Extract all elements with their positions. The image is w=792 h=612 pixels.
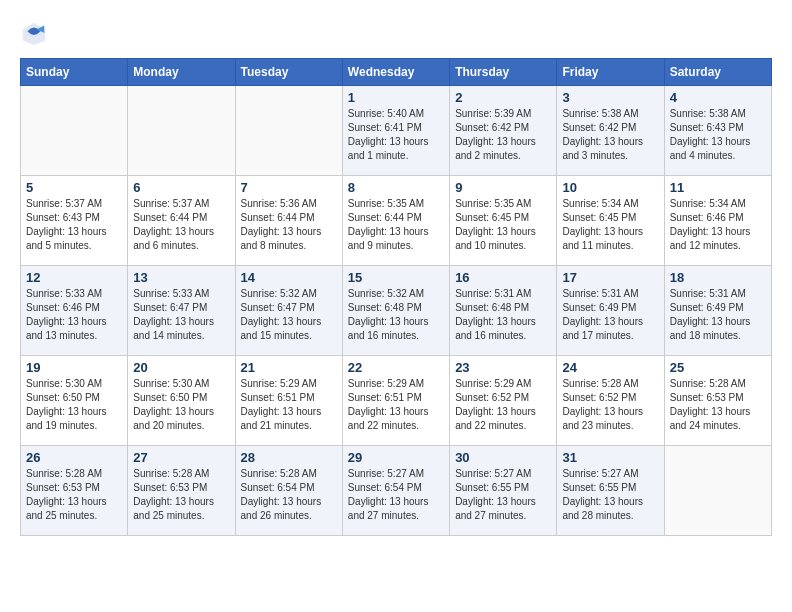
calendar-cell: 22Sunrise: 5:29 AMSunset: 6:51 PMDayligh… (342, 356, 449, 446)
header-friday: Friday (557, 59, 664, 86)
day-info: Sunrise: 5:28 AMSunset: 6:54 PMDaylight:… (241, 467, 337, 523)
week-row-1: 5Sunrise: 5:37 AMSunset: 6:43 PMDaylight… (21, 176, 772, 266)
day-number: 29 (348, 450, 444, 465)
day-number: 24 (562, 360, 658, 375)
calendar-cell: 14Sunrise: 5:32 AMSunset: 6:47 PMDayligh… (235, 266, 342, 356)
day-info: Sunrise: 5:29 AMSunset: 6:52 PMDaylight:… (455, 377, 551, 433)
header-tuesday: Tuesday (235, 59, 342, 86)
day-info: Sunrise: 5:29 AMSunset: 6:51 PMDaylight:… (348, 377, 444, 433)
day-info: Sunrise: 5:38 AMSunset: 6:42 PMDaylight:… (562, 107, 658, 163)
calendar-cell: 9Sunrise: 5:35 AMSunset: 6:45 PMDaylight… (450, 176, 557, 266)
day-number: 31 (562, 450, 658, 465)
calendar-cell: 17Sunrise: 5:31 AMSunset: 6:49 PMDayligh… (557, 266, 664, 356)
calendar-cell: 1Sunrise: 5:40 AMSunset: 6:41 PMDaylight… (342, 86, 449, 176)
calendar-cell (128, 86, 235, 176)
day-number: 11 (670, 180, 766, 195)
week-row-0: 1Sunrise: 5:40 AMSunset: 6:41 PMDaylight… (21, 86, 772, 176)
day-number: 10 (562, 180, 658, 195)
day-info: Sunrise: 5:31 AMSunset: 6:49 PMDaylight:… (670, 287, 766, 343)
day-number: 18 (670, 270, 766, 285)
day-number: 8 (348, 180, 444, 195)
day-number: 21 (241, 360, 337, 375)
day-info: Sunrise: 5:30 AMSunset: 6:50 PMDaylight:… (26, 377, 122, 433)
day-info: Sunrise: 5:28 AMSunset: 6:53 PMDaylight:… (133, 467, 229, 523)
day-info: Sunrise: 5:30 AMSunset: 6:50 PMDaylight:… (133, 377, 229, 433)
calendar-cell: 11Sunrise: 5:34 AMSunset: 6:46 PMDayligh… (664, 176, 771, 266)
week-row-4: 26Sunrise: 5:28 AMSunset: 6:53 PMDayligh… (21, 446, 772, 536)
calendar-cell: 7Sunrise: 5:36 AMSunset: 6:44 PMDaylight… (235, 176, 342, 266)
calendar-cell: 19Sunrise: 5:30 AMSunset: 6:50 PMDayligh… (21, 356, 128, 446)
calendar-cell: 30Sunrise: 5:27 AMSunset: 6:55 PMDayligh… (450, 446, 557, 536)
day-number: 15 (348, 270, 444, 285)
day-number: 20 (133, 360, 229, 375)
calendar-cell: 26Sunrise: 5:28 AMSunset: 6:53 PMDayligh… (21, 446, 128, 536)
calendar-cell: 3Sunrise: 5:38 AMSunset: 6:42 PMDaylight… (557, 86, 664, 176)
day-number: 2 (455, 90, 551, 105)
day-number: 17 (562, 270, 658, 285)
calendar-cell: 18Sunrise: 5:31 AMSunset: 6:49 PMDayligh… (664, 266, 771, 356)
calendar-cell: 10Sunrise: 5:34 AMSunset: 6:45 PMDayligh… (557, 176, 664, 266)
day-info: Sunrise: 5:35 AMSunset: 6:44 PMDaylight:… (348, 197, 444, 253)
header-saturday: Saturday (664, 59, 771, 86)
calendar-cell: 20Sunrise: 5:30 AMSunset: 6:50 PMDayligh… (128, 356, 235, 446)
calendar-cell: 13Sunrise: 5:33 AMSunset: 6:47 PMDayligh… (128, 266, 235, 356)
header-wednesday: Wednesday (342, 59, 449, 86)
day-info: Sunrise: 5:38 AMSunset: 6:43 PMDaylight:… (670, 107, 766, 163)
day-number: 22 (348, 360, 444, 375)
calendar-cell: 4Sunrise: 5:38 AMSunset: 6:43 PMDaylight… (664, 86, 771, 176)
logo (20, 20, 52, 48)
calendar-cell: 25Sunrise: 5:28 AMSunset: 6:53 PMDayligh… (664, 356, 771, 446)
day-number: 4 (670, 90, 766, 105)
day-info: Sunrise: 5:32 AMSunset: 6:47 PMDaylight:… (241, 287, 337, 343)
day-info: Sunrise: 5:28 AMSunset: 6:52 PMDaylight:… (562, 377, 658, 433)
calendar-cell: 12Sunrise: 5:33 AMSunset: 6:46 PMDayligh… (21, 266, 128, 356)
day-number: 1 (348, 90, 444, 105)
day-info: Sunrise: 5:28 AMSunset: 6:53 PMDaylight:… (670, 377, 766, 433)
calendar-cell: 24Sunrise: 5:28 AMSunset: 6:52 PMDayligh… (557, 356, 664, 446)
day-info: Sunrise: 5:27 AMSunset: 6:55 PMDaylight:… (562, 467, 658, 523)
day-number: 23 (455, 360, 551, 375)
calendar-cell: 15Sunrise: 5:32 AMSunset: 6:48 PMDayligh… (342, 266, 449, 356)
day-info: Sunrise: 5:29 AMSunset: 6:51 PMDaylight:… (241, 377, 337, 433)
calendar-cell: 21Sunrise: 5:29 AMSunset: 6:51 PMDayligh… (235, 356, 342, 446)
day-info: Sunrise: 5:40 AMSunset: 6:41 PMDaylight:… (348, 107, 444, 163)
page-header (20, 20, 772, 48)
day-info: Sunrise: 5:31 AMSunset: 6:49 PMDaylight:… (562, 287, 658, 343)
day-number: 7 (241, 180, 337, 195)
day-info: Sunrise: 5:36 AMSunset: 6:44 PMDaylight:… (241, 197, 337, 253)
calendar-cell: 28Sunrise: 5:28 AMSunset: 6:54 PMDayligh… (235, 446, 342, 536)
calendar-cell: 16Sunrise: 5:31 AMSunset: 6:48 PMDayligh… (450, 266, 557, 356)
day-number: 5 (26, 180, 122, 195)
day-number: 30 (455, 450, 551, 465)
day-number: 9 (455, 180, 551, 195)
day-number: 6 (133, 180, 229, 195)
calendar-cell: 2Sunrise: 5:39 AMSunset: 6:42 PMDaylight… (450, 86, 557, 176)
day-info: Sunrise: 5:33 AMSunset: 6:47 PMDaylight:… (133, 287, 229, 343)
day-info: Sunrise: 5:27 AMSunset: 6:54 PMDaylight:… (348, 467, 444, 523)
calendar-cell: 5Sunrise: 5:37 AMSunset: 6:43 PMDaylight… (21, 176, 128, 266)
day-info: Sunrise: 5:34 AMSunset: 6:46 PMDaylight:… (670, 197, 766, 253)
calendar-table: SundayMondayTuesdayWednesdayThursdayFrid… (20, 58, 772, 536)
day-number: 28 (241, 450, 337, 465)
header-row: SundayMondayTuesdayWednesdayThursdayFrid… (21, 59, 772, 86)
calendar-cell: 6Sunrise: 5:37 AMSunset: 6:44 PMDaylight… (128, 176, 235, 266)
calendar-cell: 27Sunrise: 5:28 AMSunset: 6:53 PMDayligh… (128, 446, 235, 536)
day-number: 27 (133, 450, 229, 465)
day-number: 16 (455, 270, 551, 285)
calendar-cell (664, 446, 771, 536)
logo-icon (20, 20, 48, 48)
day-number: 25 (670, 360, 766, 375)
day-number: 14 (241, 270, 337, 285)
day-info: Sunrise: 5:31 AMSunset: 6:48 PMDaylight:… (455, 287, 551, 343)
day-number: 12 (26, 270, 122, 285)
day-info: Sunrise: 5:35 AMSunset: 6:45 PMDaylight:… (455, 197, 551, 253)
day-number: 13 (133, 270, 229, 285)
header-monday: Monday (128, 59, 235, 86)
day-number: 26 (26, 450, 122, 465)
day-info: Sunrise: 5:39 AMSunset: 6:42 PMDaylight:… (455, 107, 551, 163)
week-row-3: 19Sunrise: 5:30 AMSunset: 6:50 PMDayligh… (21, 356, 772, 446)
day-number: 19 (26, 360, 122, 375)
day-info: Sunrise: 5:27 AMSunset: 6:55 PMDaylight:… (455, 467, 551, 523)
day-info: Sunrise: 5:32 AMSunset: 6:48 PMDaylight:… (348, 287, 444, 343)
header-thursday: Thursday (450, 59, 557, 86)
